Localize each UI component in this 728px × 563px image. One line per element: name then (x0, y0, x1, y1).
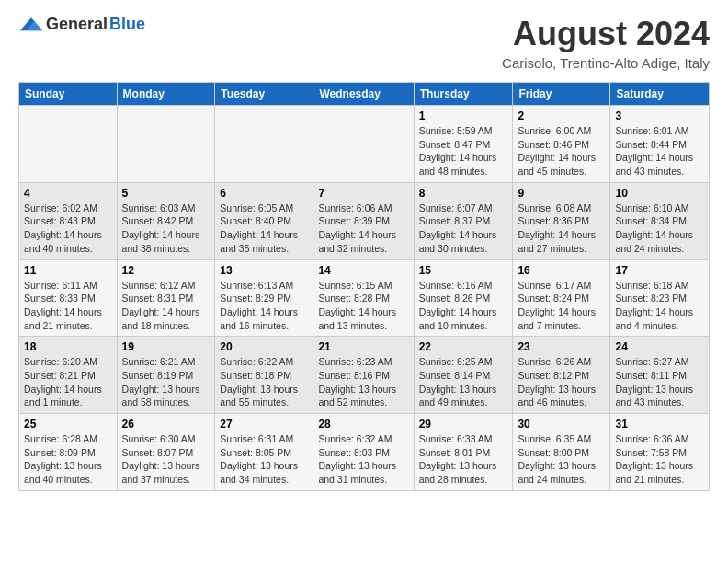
table-row: 22Sunrise: 6:25 AMSunset: 8:14 PMDayligh… (414, 337, 513, 414)
table-row: 3Sunrise: 6:01 AMSunset: 8:44 PMDaylight… (610, 106, 710, 183)
day-number: 26 (122, 418, 210, 431)
calendar-table: Sunday Monday Tuesday Wednesday Thursday… (18, 82, 710, 491)
day-number: 8 (419, 187, 508, 200)
day-number: 14 (318, 264, 408, 277)
day-number: 15 (419, 264, 508, 277)
day-info: Sunrise: 6:36 AMSunset: 7:58 PMDaylight:… (615, 432, 704, 487)
day-number: 3 (615, 109, 704, 122)
table-row: 20Sunrise: 6:22 AMSunset: 8:18 PMDayligh… (215, 337, 313, 414)
day-info: Sunrise: 6:06 AMSunset: 8:39 PMDaylight:… (318, 201, 408, 256)
table-row: 11Sunrise: 6:11 AMSunset: 8:33 PMDayligh… (19, 259, 118, 337)
table-row: 26Sunrise: 6:30 AMSunset: 8:07 PMDayligh… (117, 414, 215, 491)
day-number: 29 (419, 418, 508, 431)
day-info: Sunrise: 6:30 AMSunset: 8:07 PMDaylight:… (122, 432, 210, 487)
logo-general-text: General (46, 15, 108, 34)
day-info: Sunrise: 6:17 AMSunset: 8:24 PMDaylight:… (518, 279, 605, 333)
day-info: Sunrise: 6:15 AMSunset: 8:28 PMDaylight:… (318, 279, 408, 333)
day-number: 27 (220, 418, 308, 431)
table-row: 23Sunrise: 6:26 AMSunset: 8:12 PMDayligh… (513, 337, 610, 414)
day-number: 13 (220, 264, 308, 277)
day-info: Sunrise: 6:07 AMSunset: 8:37 PMDaylight:… (419, 201, 508, 256)
col-thursday: Thursday (414, 83, 513, 106)
calendar-week-row: 25Sunrise: 6:28 AMSunset: 8:09 PMDayligh… (19, 414, 710, 491)
day-number: 20 (220, 340, 308, 353)
logo-icon (18, 16, 44, 34)
day-info: Sunrise: 6:02 AMSunset: 8:43 PMDaylight:… (24, 201, 112, 256)
day-info: Sunrise: 6:31 AMSunset: 8:05 PMDaylight:… (220, 432, 308, 487)
day-info: Sunrise: 6:03 AMSunset: 8:42 PMDaylight:… (122, 201, 210, 256)
table-row: 2Sunrise: 6:00 AMSunset: 8:46 PMDaylight… (513, 106, 610, 183)
day-info: Sunrise: 6:18 AMSunset: 8:23 PMDaylight:… (615, 279, 704, 333)
day-number: 7 (318, 187, 408, 200)
day-info: Sunrise: 6:33 AMSunset: 8:01 PMDaylight:… (419, 432, 508, 487)
day-info: Sunrise: 6:11 AMSunset: 8:33 PMDaylight:… (24, 279, 112, 333)
table-row (215, 106, 313, 183)
day-number: 25 (24, 418, 112, 431)
day-info: Sunrise: 6:08 AMSunset: 8:36 PMDaylight:… (518, 201, 605, 256)
day-info: Sunrise: 6:28 AMSunset: 8:09 PMDaylight:… (24, 432, 112, 487)
day-number: 5 (122, 187, 210, 200)
logo-blue-text: Blue (109, 15, 145, 34)
day-number: 30 (518, 418, 605, 431)
table-row: 27Sunrise: 6:31 AMSunset: 8:05 PMDayligh… (215, 414, 313, 491)
day-info: Sunrise: 6:26 AMSunset: 8:12 PMDaylight:… (518, 355, 605, 409)
table-row: 14Sunrise: 6:15 AMSunset: 8:28 PMDayligh… (313, 259, 414, 337)
table-row: 19Sunrise: 6:21 AMSunset: 8:19 PMDayligh… (117, 337, 215, 414)
day-info: Sunrise: 6:27 AMSunset: 8:11 PMDaylight:… (615, 355, 704, 409)
col-wednesday: Wednesday (313, 83, 414, 106)
logo: General Blue (18, 15, 145, 34)
col-tuesday: Tuesday (215, 83, 313, 106)
table-row: 31Sunrise: 6:36 AMSunset: 7:58 PMDayligh… (610, 414, 710, 491)
table-row: 24Sunrise: 6:27 AMSunset: 8:11 PMDayligh… (610, 337, 710, 414)
day-number: 10 (615, 187, 704, 200)
calendar-week-row: 11Sunrise: 6:11 AMSunset: 8:33 PMDayligh… (19, 259, 710, 337)
col-friday: Friday (513, 83, 610, 106)
day-number: 28 (318, 418, 408, 431)
day-number: 21 (318, 340, 408, 353)
day-number: 2 (518, 109, 605, 122)
day-info: Sunrise: 6:35 AMSunset: 8:00 PMDaylight:… (518, 432, 605, 487)
table-row: 8Sunrise: 6:07 AMSunset: 8:37 PMDaylight… (414, 182, 513, 259)
table-row: 12Sunrise: 6:12 AMSunset: 8:31 PMDayligh… (117, 259, 215, 337)
table-row: 16Sunrise: 6:17 AMSunset: 8:24 PMDayligh… (513, 259, 610, 337)
col-sunday: Sunday (19, 83, 118, 106)
day-info: Sunrise: 6:23 AMSunset: 8:16 PMDaylight:… (318, 355, 408, 409)
day-number: 31 (615, 418, 704, 431)
table-row: 18Sunrise: 6:20 AMSunset: 8:21 PMDayligh… (19, 337, 118, 414)
location-subtitle: Carisolo, Trentino-Alto Adige, Italy (502, 55, 710, 71)
table-row (117, 106, 215, 183)
table-row: 5Sunrise: 6:03 AMSunset: 8:42 PMDaylight… (117, 182, 215, 259)
calendar-week-row: 18Sunrise: 6:20 AMSunset: 8:21 PMDayligh… (19, 337, 710, 414)
day-number: 23 (518, 340, 605, 353)
day-number: 16 (518, 264, 605, 277)
day-info: Sunrise: 6:20 AMSunset: 8:21 PMDaylight:… (24, 355, 112, 409)
day-info: Sunrise: 6:13 AMSunset: 8:29 PMDaylight:… (220, 279, 308, 333)
day-number: 6 (220, 187, 308, 200)
calendar-week-row: 4Sunrise: 6:02 AMSunset: 8:43 PMDaylight… (19, 182, 710, 259)
table-row: 4Sunrise: 6:02 AMSunset: 8:43 PMDaylight… (19, 182, 118, 259)
table-row: 28Sunrise: 6:32 AMSunset: 8:03 PMDayligh… (313, 414, 414, 491)
table-row: 10Sunrise: 6:10 AMSunset: 8:34 PMDayligh… (610, 182, 710, 259)
calendar-week-row: 1Sunrise: 5:59 AMSunset: 8:47 PMDaylight… (19, 106, 710, 183)
day-info: Sunrise: 6:32 AMSunset: 8:03 PMDaylight:… (318, 432, 408, 487)
day-number: 18 (24, 340, 112, 353)
table-row: 17Sunrise: 6:18 AMSunset: 8:23 PMDayligh… (610, 259, 710, 337)
table-row: 21Sunrise: 6:23 AMSunset: 8:16 PMDayligh… (313, 337, 414, 414)
day-number: 1 (419, 109, 508, 122)
table-row: 15Sunrise: 6:16 AMSunset: 8:26 PMDayligh… (414, 259, 513, 337)
day-info: Sunrise: 6:21 AMSunset: 8:19 PMDaylight:… (122, 355, 210, 409)
day-number: 4 (24, 187, 112, 200)
day-info: Sunrise: 6:25 AMSunset: 8:14 PMDaylight:… (419, 355, 508, 409)
table-row: 9Sunrise: 6:08 AMSunset: 8:36 PMDaylight… (513, 182, 610, 259)
table-row: 13Sunrise: 6:13 AMSunset: 8:29 PMDayligh… (215, 259, 313, 337)
table-row: 29Sunrise: 6:33 AMSunset: 8:01 PMDayligh… (414, 414, 513, 491)
table-row: 6Sunrise: 6:05 AMSunset: 8:40 PMDaylight… (215, 182, 313, 259)
day-number: 17 (615, 264, 704, 277)
table-row: 25Sunrise: 6:28 AMSunset: 8:09 PMDayligh… (19, 414, 118, 491)
day-number: 19 (122, 340, 210, 353)
day-info: Sunrise: 5:59 AMSunset: 8:47 PMDaylight:… (419, 124, 508, 178)
month-year-title: August 2024 (502, 15, 710, 53)
col-saturday: Saturday (610, 83, 710, 106)
table-row (313, 106, 414, 183)
day-info: Sunrise: 6:12 AMSunset: 8:31 PMDaylight:… (122, 279, 210, 333)
